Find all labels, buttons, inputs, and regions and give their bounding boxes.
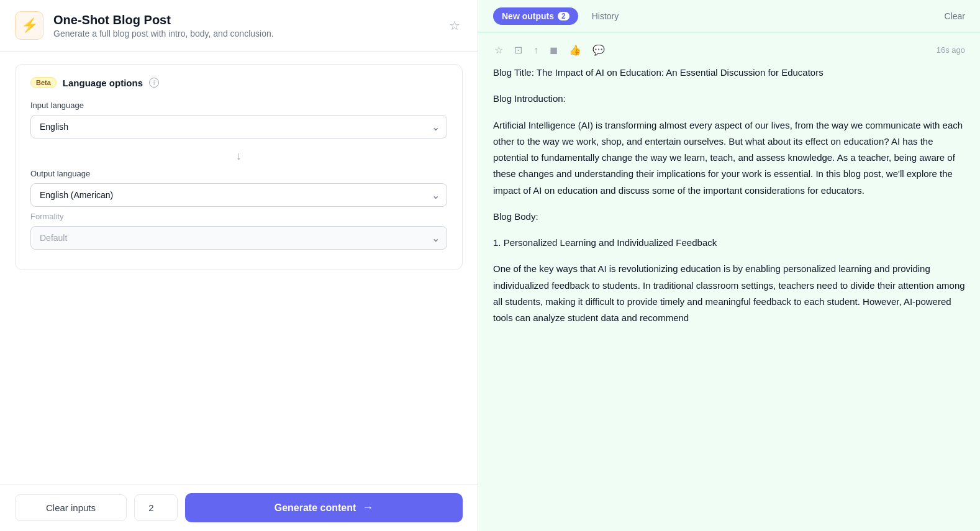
new-outputs-tab[interactable]: New outputs 2	[493, 7, 578, 25]
output-timestamp: 16s ago	[937, 45, 965, 55]
blog-title-line: Blog Title: The Impact of AI on Educatio…	[493, 65, 965, 81]
beta-badge: Beta	[30, 77, 57, 88]
app-icon: ⚡	[15, 11, 43, 40]
output-toolbar: ☆ ⊡ ↑ ◼ 👍 💬 16s ago	[493, 43, 965, 57]
arrow-right-icon: →	[362, 501, 373, 514]
app-title: One-Shot Blog Post	[53, 13, 437, 27]
header-text: One-Shot Blog Post Generate a full blog …	[53, 13, 437, 39]
history-tab[interactable]: History	[586, 7, 625, 25]
info-icon[interactable]: i	[149, 78, 159, 88]
left-panel: ⚡ One-Shot Blog Post Generate a full blo…	[0, 0, 478, 531]
share-button[interactable]: ↑	[532, 43, 540, 57]
generate-content-button[interactable]: Generate content →	[185, 493, 463, 522]
input-language-select[interactable]: English French Spanish German Chinese	[30, 115, 447, 138]
like-button[interactable]: 👍	[568, 43, 583, 57]
main-content-area: Beta Language options i Input language E…	[0, 52, 478, 484]
body-text1: One of the key ways that AI is revolutio…	[493, 261, 965, 326]
body-heading: Blog Body:	[493, 209, 965, 225]
output-area: ☆ ⊡ ↑ ◼ 👍 💬 16s ago Blog Title: The Impa…	[478, 33, 980, 531]
right-header: New outputs 2 History Clear	[478, 0, 980, 33]
input-language-label: Input language	[30, 101, 447, 110]
favorite-button[interactable]: ☆	[447, 16, 463, 35]
output-language-select-wrapper: English (American) English (British) Fre…	[30, 183, 447, 207]
language-options-card: Beta Language options i Input language E…	[15, 64, 463, 270]
body-point1: 1. Personalized Learning and Individuali…	[493, 235, 965, 251]
output-language-label: Output language	[30, 169, 447, 178]
app-header: ⚡ One-Shot Blog Post Generate a full blo…	[0, 0, 478, 52]
card-header: Beta Language options i	[30, 77, 447, 88]
star-output-button[interactable]: ☆	[493, 43, 504, 57]
input-language-select-wrapper: English French Spanish German Chinese ⌄	[30, 115, 447, 138]
right-panel: New outputs 2 History Clear ☆ ⊡ ↑ ◼ 👍 💬 …	[478, 0, 980, 531]
bottom-bar: Clear inputs Generate content →	[0, 484, 478, 531]
output-language-select[interactable]: English (American) English (British) Fre…	[30, 183, 447, 207]
arrow-down-divider: ↓	[30, 143, 447, 169]
output-card: ☆ ⊡ ↑ ◼ 👍 💬 16s ago Blog Title: The Impa…	[493, 43, 965, 326]
intro-heading: Blog Introduction:	[493, 91, 965, 107]
save-button[interactable]: ◼	[548, 43, 559, 57]
copy-button[interactable]: ⊡	[513, 43, 524, 57]
arrow-down-icon: ↓	[236, 150, 242, 163]
formality-select[interactable]: Default Formal Informal	[30, 226, 447, 250]
output-text: Blog Title: The Impact of AI on Educatio…	[493, 65, 965, 326]
clear-inputs-button[interactable]: Clear inputs	[15, 494, 127, 521]
comment-button[interactable]: 💬	[591, 43, 606, 57]
intro-text: Artificial Intelligence (AI) is transfor…	[493, 117, 965, 199]
formality-label: Formality	[30, 212, 447, 221]
input-language-field: Input language English French Spanish Ge…	[30, 101, 447, 138]
formality-select-wrapper: Default Formal Informal ⌄	[30, 226, 447, 250]
output-count-input[interactable]	[134, 494, 178, 521]
app-subtitle: Generate a full blog post with intro, bo…	[53, 29, 437, 39]
clear-output-button[interactable]: Clear	[945, 11, 965, 21]
formality-field: Formality Default Formal Informal ⌄	[30, 212, 447, 250]
card-title: Language options	[63, 78, 143, 88]
new-outputs-count: 2	[558, 12, 569, 20]
new-outputs-label: New outputs	[502, 11, 554, 21]
output-language-field: Output language English (American) Engli…	[30, 169, 447, 207]
generate-label: Generate content	[274, 502, 356, 514]
